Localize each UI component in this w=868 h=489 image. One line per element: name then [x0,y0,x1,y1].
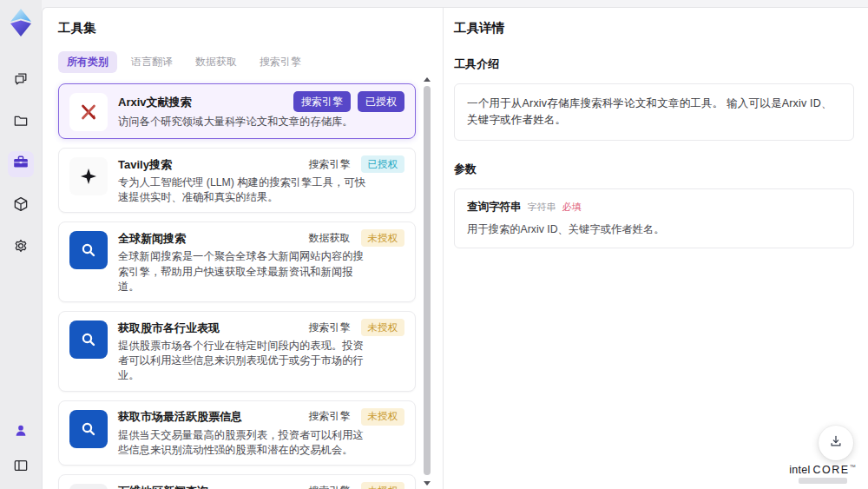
tool-description: 全球新闻搜索是一个聚合全球各大新闻网站内容的搜索引擎，帮助用户快速获取全球最新资… [118,249,368,294]
tool-auth-badge: 已授权 [358,91,404,112]
download-button[interactable] [819,426,853,460]
tool-auth-badge: 未授权 [361,408,405,426]
tab-0[interactable]: 所有类别 [58,51,117,73]
intel-core-logo: intelCORE™ [789,464,856,484]
tool-intro-box: 一个用于从Arxiv存储库搜索科学论文和文章的工具。 输入可以是Arxiv ID… [454,83,854,141]
tool-name: Arxiv文献搜索 [118,95,192,109]
tool-card[interactable]: 获取市场最活跃股票信息 搜索引擎 未授权 提供当天交易量最高的股票列表，投资者可… [58,400,416,466]
tool-category-tag: 搜索引擎 [293,91,351,112]
toolbox-icon [11,153,30,175]
tool-category-tag: 搜索引擎 [309,157,351,172]
settings-icon [12,237,30,258]
tool-name: 全球新闻搜索 [118,231,186,246]
tool-card[interactable]: 万维地区新闻查询 搜索引擎 未授权 查询具体行政区划内的新闻，快速了解各地新闻动 [58,474,416,489]
params-heading: 参数 [454,162,854,177]
search-icon [69,320,108,359]
param-required-badge: 必填 [562,201,582,214]
tool-description: 提供股票市场各个行业在特定时间段内的表现。投资者可以利用这些信息来识别表现优于或… [118,339,368,384]
page-title: 工具集 [58,20,443,36]
sidebar-item-chat[interactable] [8,68,34,94]
category-tabs: 所有类别语言翻译数据获取搜索引擎 [58,51,443,73]
search-icon [69,231,108,269]
tool-description: 访问各个研究领域大量科学论文和文章的存储库。 [118,115,368,129]
tool-card[interactable]: 获取股市各行业表现 搜索引擎 未授权 提供股票市场各个行业在特定时间段内的表现。… [58,311,416,392]
tool-detail-pane: 工具详情 工具介绍 一个用于从Arxiv存储库搜索科学论文和文章的工具。 输入可… [444,8,868,489]
scroll-up-icon[interactable] [424,77,431,82]
trademark-mark: ™ [850,464,856,470]
panel-toggle-icon [12,457,30,478]
tab-label: 语言翻译 [131,56,173,68]
scrollbar-thumb[interactable] [424,86,431,475]
param-box: 查询字符串 字符串 必填 用于搜索的Arxiv ID、关键字或作者姓名。 [454,188,854,248]
chat-icon [12,70,30,91]
tool-auth-badge: 未授权 [361,229,405,247]
tool-list-pane: 工具集 所有类别语言翻译数据获取搜索引擎 Arxiv文献搜索 搜索引擎 已授权 … [43,8,444,489]
tab-1[interactable]: 语言翻译 [122,51,181,73]
param-type: 字符串 [528,201,556,214]
tool-auth-badge: 已授权 [361,155,405,173]
search-icon [69,410,108,448]
user-icon [12,422,30,443]
main-content: 工具集 所有类别语言翻译数据获取搜索引擎 Arxiv文献搜索 搜索引擎 已授权 … [42,7,868,489]
sparkle-icon [69,157,108,195]
tool-description: 提供当天交易量最高的股票列表，投资者可以利用这些信息来识别流动性强的股票和潜在的… [118,428,368,458]
tool-category-tag: 搜索引擎 [309,409,351,424]
tool-category-tag: 搜索引擎 [309,484,351,489]
download-icon [828,433,844,453]
app-logo [8,7,34,38]
scroll-down-icon[interactable] [424,481,431,486]
tab-label: 数据获取 [195,56,237,68]
tool-auth-badge: 未授权 [361,482,405,489]
intel-sub-badge [799,478,847,484]
sidebar-item-user[interactable] [8,420,34,446]
tool-card[interactable]: 全球新闻搜索 数据获取 未授权 全球新闻搜索是一个聚合全球各大新闻网站内容的搜索… [58,221,416,302]
folder-icon [12,112,30,133]
tool-auth-badge: 未授权 [361,319,405,336]
tool-category-tag: 搜索引擎 [309,320,351,335]
package-icon [12,195,30,216]
tool-card[interactable]: Tavily搜索 搜索引擎 已授权 专为人工智能代理 (LLM) 构建的搜索引擎… [58,148,416,213]
tool-description: 专为人工智能代理 (LLM) 构建的搜索引擎工具，可快速提供实时、准确和真实的结… [118,175,368,205]
param-description: 用于搜索的Arxiv ID、关键字或作者姓名。 [467,222,841,237]
sidebar-item-settings[interactable] [8,235,34,261]
detail-title: 工具详情 [454,20,854,36]
sidebar-item-panel-toggle[interactable] [8,454,34,480]
intel-brand-text: intel [789,464,810,476]
building-icon [69,484,108,489]
param-name: 查询字符串 [467,200,522,215]
tool-name: Tavily搜索 [118,157,172,172]
tab-label: 所有类别 [67,56,108,68]
sidebar-item-tools[interactable] [8,151,34,177]
scrollbar[interactable] [423,76,431,489]
core-brand-text: CORE [813,464,850,476]
tool-name: 获取市场最活跃股票信息 [118,409,242,424]
app-sidebar [0,0,42,489]
sidebar-item-files[interactable] [8,109,34,135]
tool-list: Arxiv文献搜索 搜索引擎 已授权 访问各个研究领域大量科学论文和文章的存储库… [58,83,416,489]
tab-label: 搜索引擎 [260,56,301,68]
tool-category-tag: 数据获取 [309,231,351,246]
tab-3[interactable]: 搜索引擎 [251,51,310,73]
intro-heading: 工具介绍 [454,56,854,72]
tool-name: 万维地区新闻查询 [118,484,208,489]
tab-2[interactable]: 数据获取 [187,51,246,73]
tool-name: 获取股市各行业表现 [118,320,220,335]
tool-card[interactable]: Arxiv文献搜索 搜索引擎 已授权 访问各个研究领域大量科学论文和文章的存储库… [58,83,416,139]
arxiv-logo-icon [69,93,108,131]
sidebar-item-packages[interactable] [8,193,34,219]
